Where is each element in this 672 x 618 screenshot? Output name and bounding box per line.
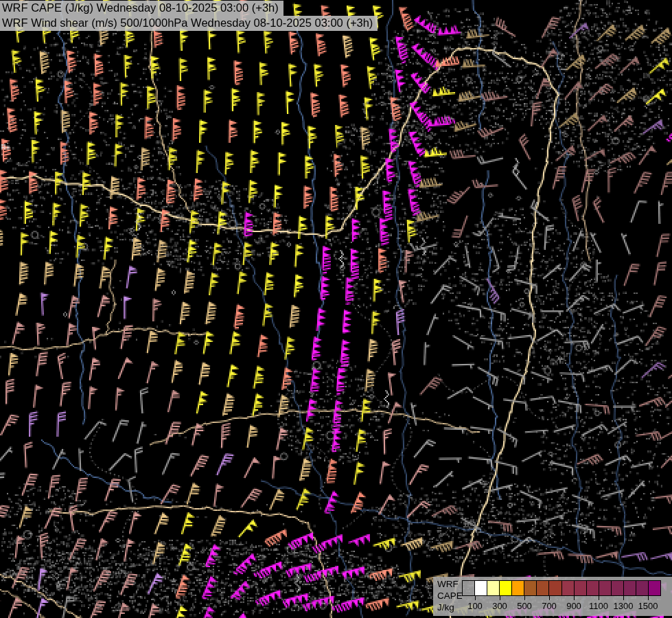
colorbar-swatch bbox=[512, 581, 524, 595]
cape-colorbar bbox=[462, 580, 661, 596]
colorbar-swatch bbox=[575, 581, 587, 595]
legend-label-cape: CAPE bbox=[437, 590, 463, 602]
map-title-overlay: WRF CAPE (J/kg) Wednesday 08-10-2025 03:… bbox=[0, 1, 378, 31]
colorbar-swatch bbox=[587, 581, 599, 595]
weather-map-canvas bbox=[0, 0, 672, 618]
colorbar-tick-label: 500 bbox=[517, 601, 532, 611]
legend-label-unit: J/kg bbox=[437, 602, 463, 613]
legend-unit-labels: WRF CAPE J/kg bbox=[437, 578, 463, 613]
colorbar-tick-label: 1500 bbox=[638, 601, 658, 611]
colorbar-tick bbox=[549, 596, 550, 600]
colorbar-swatch bbox=[549, 581, 561, 595]
weather-map: WRF CAPE (J/kg) Wednesday 08-10-2025 03:… bbox=[0, 0, 672, 618]
colorbar-tick bbox=[574, 596, 575, 600]
colorbar-swatch bbox=[475, 581, 487, 595]
colorbar-tick-label: 900 bbox=[566, 601, 581, 611]
colorbar-tick-label: 100 bbox=[467, 601, 483, 611]
colorbar-tick bbox=[475, 596, 476, 600]
colorbar-tick-label: 700 bbox=[542, 601, 557, 611]
colorbar-swatch bbox=[463, 581, 475, 595]
colorbar-swatch bbox=[624, 581, 636, 595]
colorbar-swatch bbox=[599, 581, 612, 595]
colorbar-tick bbox=[599, 596, 599, 600]
title-line-windshear: WRF Wind shear (m/s) 500/1000hPa Wednesd… bbox=[0, 16, 378, 31]
colorbar-swatch bbox=[636, 581, 649, 595]
colorbar-swatch bbox=[524, 581, 537, 595]
colorbar-tick bbox=[500, 596, 500, 600]
title-line-cape: WRF CAPE (J/kg) Wednesday 08-10-2025 03:… bbox=[0, 1, 283, 16]
colorbar-tick bbox=[623, 596, 624, 600]
colorbar-tick-label: 1100 bbox=[589, 601, 608, 611]
colorbar-tick bbox=[648, 596, 649, 600]
colorbar-swatch bbox=[487, 581, 500, 595]
cape-colorbar-legend: WRF CAPE J/kg 10030050070090011001300150… bbox=[433, 577, 672, 616]
colorbar-swatch bbox=[649, 581, 660, 595]
colorbar-swatch bbox=[562, 581, 575, 595]
colorbar-tick bbox=[524, 596, 525, 600]
colorbar-tick-label: 300 bbox=[492, 601, 507, 611]
colorbar-swatch bbox=[500, 581, 512, 595]
colorbar-swatch bbox=[612, 581, 624, 595]
colorbar-tick-label: 1300 bbox=[614, 601, 634, 611]
colorbar-swatch bbox=[537, 581, 549, 595]
legend-label-wrf: WRF bbox=[437, 578, 463, 590]
